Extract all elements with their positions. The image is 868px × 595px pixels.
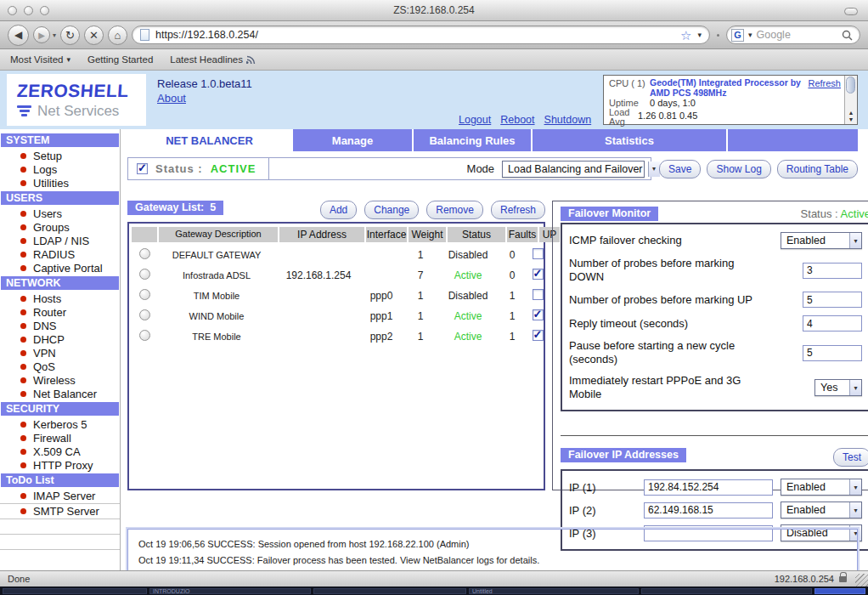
icmp-checking-select[interactable]: Enabled▾ [781, 232, 862, 249]
sidebar-item-setup[interactable]: Setup [0, 149, 120, 162]
forward-button[interactable]: ▶ [33, 26, 50, 43]
probes-up-input[interactable] [803, 292, 862, 308]
url-dropdown-icon[interactable]: ▾ [697, 31, 702, 39]
bullet-icon [20, 296, 26, 302]
minimize-window-icon[interactable] [24, 6, 33, 15]
about-link[interactable]: About [157, 92, 186, 105]
taskbar-segment[interactable] [3, 588, 147, 594]
test-button[interactable]: Test [833, 448, 868, 467]
gateway-status: Active [439, 310, 497, 322]
sidebar-item-groups[interactable]: Groups [0, 220, 120, 234]
restart-pppoe-select[interactable]: Yes▾ [814, 379, 862, 396]
gateway-radio[interactable] [139, 269, 150, 280]
mode-select[interactable]: Load Balancing and Failover ▾ [502, 161, 645, 178]
ip1-state-select[interactable]: Enabled▾ [781, 479, 862, 496]
reply-timeout-input[interactable] [803, 315, 862, 332]
up-checkbox[interactable] [533, 248, 544, 259]
bookmark-most-visited[interactable]: Most Visited▾ [10, 54, 70, 65]
history-dropdown-icon[interactable]: ▾ [53, 31, 56, 39]
stop-button[interactable]: ✕ [84, 26, 104, 45]
logout-link[interactable]: Logout [459, 114, 491, 126]
gateway-radio[interactable] [139, 330, 150, 341]
sidebar-item-firewall[interactable]: Firewall [0, 431, 120, 445]
tab-manage[interactable]: Manage [293, 129, 412, 151]
pause-cycle-input[interactable] [803, 345, 862, 361]
sidebar-item-dhcp[interactable]: DHCP [0, 332, 120, 346]
url-text[interactable]: https://192.168.0.254/ [155, 29, 674, 41]
reload-button[interactable]: ↻ [60, 26, 80, 45]
sidebar-item-dns[interactable]: DNS [0, 319, 120, 332]
sidebar-item-utilities[interactable]: Utilities [0, 176, 120, 190]
remove-button[interactable]: Remove [426, 201, 483, 219]
scrollbar-thumb[interactable] [846, 76, 855, 94]
tab-statistics[interactable]: Statistics [533, 129, 726, 151]
taskbar-segment[interactable] [641, 588, 812, 594]
tab-net-balancer[interactable]: NET BALANCER [127, 129, 291, 151]
sidebar-item-kerberos-5[interactable]: Kerberos 5 [0, 417, 120, 431]
status-enable-checkbox[interactable] [137, 163, 148, 174]
ip2-state-select[interactable]: Enabled▾ [781, 502, 862, 518]
home-button[interactable]: ⌂ [108, 26, 127, 45]
change-button[interactable]: Change [364, 201, 419, 219]
resize-grip[interactable] [855, 574, 868, 586]
sidebar-item-vpn[interactable]: VPN [0, 346, 120, 360]
taskbar-segment[interactable] [313, 588, 466, 594]
up-checkbox[interactable] [533, 269, 544, 280]
sidebar-item-http-proxy[interactable]: HTTP Proxy [0, 458, 120, 472]
sidebar-item-hosts[interactable]: Hosts [0, 292, 120, 305]
routing-table-button[interactable]: Routing Table [777, 160, 858, 178]
engine-dropdown-icon[interactable]: ▾ [748, 31, 752, 39]
up-checkbox[interactable] [533, 289, 544, 300]
up-checkbox[interactable] [533, 309, 544, 320]
back-button[interactable]: ◀ [8, 25, 29, 46]
gateway-interface: ppp0 [361, 290, 402, 302]
search-bar[interactable]: G ▾ Google [726, 26, 860, 44]
cpu-scrollbar[interactable]: ▲▼ [844, 76, 857, 124]
taskbar-segment[interactable]: INTRODUZIO [149, 588, 311, 594]
url-bar[interactable]: https://192.168.0.254/ ☆ ▾ [132, 26, 710, 44]
up-checkbox[interactable] [533, 330, 544, 341]
gateway-radio[interactable] [139, 289, 150, 300]
google-engine-icon[interactable]: G [731, 29, 744, 42]
add-button[interactable]: Add [320, 201, 357, 219]
sidebar-item-x509-ca[interactable]: X.509 CA [0, 445, 120, 458]
sidebar-item-qos[interactable]: QoS [0, 360, 120, 373]
close-window-icon[interactable] [8, 6, 17, 15]
bullet-icon [20, 364, 26, 370]
sidebar-item-logs[interactable]: Logs [0, 162, 120, 176]
tab-balancing-rules[interactable]: Balancing Rules [414, 129, 531, 151]
taskbar-segment[interactable]: Untitled [469, 588, 639, 594]
probes-down-input[interactable] [803, 263, 862, 279]
gateway-interface: ppp2 [361, 331, 402, 343]
save-button[interactable]: Save [659, 160, 701, 178]
sidebar-item-smtp-server[interactable]: SMTP Server [0, 504, 120, 519]
bookmark-getting-started[interactable]: Getting Started [87, 54, 153, 65]
scrollbar-arrows[interactable]: ▲▼ [845, 110, 857, 123]
toolbar-toggle-icon[interactable] [844, 8, 858, 15]
refresh-button[interactable]: Refresh [491, 201, 545, 219]
cpu-refresh-link[interactable]: Refresh [808, 78, 841, 98]
sidebar-item-router[interactable]: Router [0, 305, 120, 319]
gateway-status: Disabled [439, 290, 497, 302]
show-log-button[interactable]: Show Log [707, 160, 770, 178]
sidebar-item-captive-portal[interactable]: Captive Portal [0, 261, 120, 275]
ip2-input[interactable] [644, 502, 773, 518]
sidebar-item-users[interactable]: Users [0, 207, 120, 220]
sidebar-item-imap-server[interactable]: IMAP Server [0, 489, 120, 504]
sidebar-item-wireless[interactable]: Wireless [0, 373, 120, 387]
table-row: Infostrada ADSL 192.168.1.254 7 Active 0 [132, 265, 541, 286]
reboot-link[interactable]: Reboot [500, 114, 534, 126]
sidebar-item-ldap-nis[interactable]: LDAP / NIS [0, 234, 120, 247]
gateway-radio[interactable] [139, 309, 150, 320]
bookmark-star-icon[interactable]: ☆ [680, 29, 691, 42]
zoom-window-icon[interactable] [40, 6, 49, 15]
ssl-lock-icon[interactable] [839, 576, 847, 582]
ip1-input[interactable] [644, 479, 773, 496]
taskbar-tray[interactable] [814, 588, 865, 594]
sidebar-item-net-balancer[interactable]: Net Balancer [0, 387, 120, 400]
gateway-radio[interactable] [139, 248, 150, 259]
sidebar-item-radius[interactable]: RADIUS [0, 247, 120, 261]
shutdown-link[interactable]: Shutdown [544, 114, 592, 126]
search-placeholder[interactable]: Google [757, 29, 837, 41]
bookmark-latest-headlines[interactable]: Latest Headlines [170, 54, 256, 65]
